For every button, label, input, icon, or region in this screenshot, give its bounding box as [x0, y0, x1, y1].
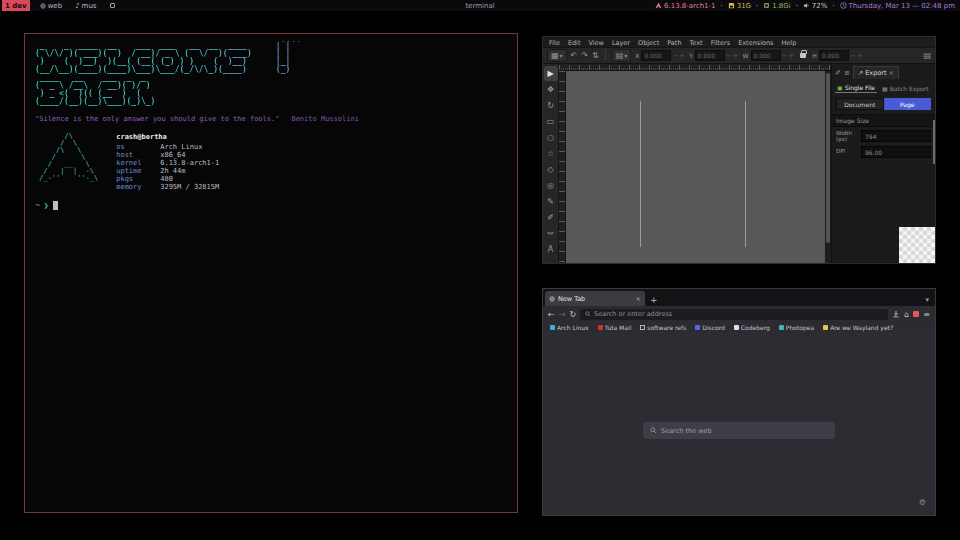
menu-icon[interactable]: ≡ — [923, 310, 930, 319]
lock-ratio-icon[interactable] — [800, 53, 806, 58]
bookmark-codeberg[interactable]: Codeberg — [734, 324, 770, 331]
export-panel: ✐ ≡ ↗ Export × ▣Single File ▦Batch Expor… — [831, 64, 935, 263]
bookmark-arch-linux[interactable]: Arch Linux — [550, 324, 589, 331]
inkscape-menubar: File Edit View Layer Object Path Text Fi… — [543, 37, 935, 47]
menu-text[interactable]: Text — [690, 39, 703, 47]
tool-star[interactable]: ☆ — [544, 146, 558, 161]
download-icon[interactable] — [892, 310, 900, 318]
edit-icon[interactable]: ✐ — [835, 69, 841, 77]
tool-3dbox[interactable]: ◇ — [544, 162, 558, 177]
flip-icon[interactable]: ⇅ — [592, 51, 599, 60]
x-coordinate-spinner[interactable]: X 0.000 −+ — [635, 50, 685, 61]
menu-help[interactable]: Help — [781, 39, 796, 47]
menu-file[interactable]: File — [549, 39, 560, 47]
workspace-tag-web[interactable]: web — [37, 0, 65, 11]
scrollbar-thumb[interactable] — [826, 73, 830, 243]
bookmark-are-we-wayland-yet[interactable]: Are we Wayland yet? — [823, 324, 893, 331]
web-search-input[interactable]: Search the web — [643, 422, 835, 439]
y-value[interactable]: 0.000 — [695, 50, 725, 61]
gear-icon[interactable]: ⚙ — [919, 498, 926, 507]
menu-view[interactable]: View — [588, 39, 603, 47]
tool-spiral[interactable]: ◎ — [544, 178, 558, 193]
units-icon[interactable]: ▤ — [923, 51, 931, 60]
document-button[interactable]: Document — [836, 98, 884, 110]
bookmark-folder-software-refs[interactable]: software refs — [640, 324, 686, 331]
home-icon[interactable]: ⌂ — [904, 310, 909, 319]
terminal-window[interactable]: _ _ ____ __ ___ ___ __ __ ____ | | ( \/\… — [24, 33, 518, 513]
h-value[interactable]: 0.000 — [819, 50, 849, 61]
speaker-icon — [803, 2, 810, 9]
width-label: Width (px) — [836, 130, 858, 143]
inkscape-window[interactable]: File Edit View Layer Object Path Text Fi… — [542, 36, 936, 264]
w-value[interactable]: 0.000 — [751, 50, 781, 61]
bookmark-tuta-mail[interactable]: Tuta Mail — [598, 324, 632, 331]
workspace-tag-empty[interactable] — [107, 0, 118, 11]
tool-pencil[interactable]: ✎ — [544, 194, 558, 209]
tab-batch-export[interactable]: ▦Batch Export — [880, 83, 930, 93]
tab-single-file[interactable]: ▣Single File — [835, 83, 877, 93]
url-bar[interactable]: Search or enter address — [580, 309, 888, 320]
width-spinner[interactable]: W 0.000 −+ — [743, 50, 795, 61]
browser-window[interactable]: New Tab × + ▾ ← → ↻ Search or enter addr… — [542, 288, 936, 516]
close-icon[interactable]: × — [888, 69, 893, 77]
align-dropdown[interactable]: ▤▾ — [612, 49, 632, 62]
decrement-icon[interactable]: − — [850, 52, 856, 60]
image-size-section-label: Image Size — [832, 114, 935, 127]
tool-rotate[interactable]: ↻ — [544, 98, 558, 113]
memory-text: 1.8Gi — [772, 2, 791, 10]
tool-bezier[interactable]: ✐ — [544, 210, 558, 225]
tool-text[interactable]: A — [544, 242, 558, 257]
decrement-icon[interactable]: − — [726, 52, 732, 60]
separator: • — [755, 2, 759, 10]
workspace-tag-mus[interactable]: ♪ mus — [72, 0, 99, 11]
fetch-value: 3295M / 32815M — [160, 183, 219, 191]
menu-filters[interactable]: Filters — [711, 39, 730, 47]
panel-scrollbar[interactable] — [933, 120, 935, 164]
export-tab[interactable]: ↗ Export × — [853, 66, 899, 79]
list-tabs-icon[interactable]: ▾ — [921, 296, 933, 306]
width-input[interactable]: 794 — [861, 130, 931, 142]
active-tab[interactable]: New Tab × — [545, 291, 645, 306]
x-value[interactable]: 0.000 — [641, 50, 671, 61]
increment-icon[interactable]: + — [857, 52, 863, 60]
tab-close-icon[interactable]: × — [636, 295, 641, 303]
tool-calligraphy[interactable]: ✑ — [544, 226, 558, 241]
new-tab-button[interactable]: + — [645, 295, 663, 306]
tool-rectangle[interactable]: ▭ — [544, 114, 558, 129]
decrement-icon[interactable]: − — [672, 52, 678, 60]
menu-path[interactable]: Path — [667, 39, 681, 47]
menu-layer[interactable]: Layer — [612, 39, 630, 47]
shell-prompt[interactable]: ~ ❯ — [35, 201, 507, 210]
workspace-tag-dev[interactable]: 1 dev — [2, 0, 30, 11]
height-spinner[interactable]: H 0.000 −+ — [812, 50, 862, 61]
bookmark-discord[interactable]: Discord — [695, 324, 725, 331]
undo-icon[interactable]: ↶ — [571, 51, 578, 60]
y-coordinate-spinner[interactable]: Y 0.000 −+ — [689, 50, 738, 61]
inkscape-body: ▶ ✥ ↻ ▭ ○ ☆ ◇ ◎ ✎ ✐ ✑ A — [543, 64, 935, 263]
snap-options-dropdown[interactable]: ▦▾ — [547, 49, 567, 62]
menu-edit[interactable]: Edit — [568, 39, 581, 47]
tool-node-editor[interactable]: ✥ — [544, 82, 558, 97]
increment-icon[interactable]: + — [733, 52, 739, 60]
horizontal-ruler[interactable] — [559, 64, 831, 71]
quote-author: Benito Mussolini — [291, 115, 358, 123]
decrement-icon[interactable]: − — [782, 52, 788, 60]
drawing-canvas[interactable] — [566, 71, 825, 263]
bookmark-photopea[interactable]: Photopea — [779, 324, 814, 331]
tool-selector[interactable]: ▶ — [544, 66, 558, 81]
layers-icon[interactable]: ≡ — [844, 69, 850, 77]
dpi-input[interactable]: 96.00 — [861, 146, 931, 158]
volume-text: 72% — [812, 2, 828, 10]
back-icon[interactable]: ← — [548, 310, 555, 319]
menu-object[interactable]: Object — [638, 39, 659, 47]
increment-icon[interactable]: + — [679, 52, 685, 60]
reload-icon[interactable]: ↻ — [569, 310, 576, 319]
tool-ellipse[interactable]: ○ — [544, 130, 558, 145]
increment-icon[interactable]: + — [788, 52, 794, 60]
forward-icon[interactable]: → — [559, 310, 566, 319]
menu-extensions[interactable]: Extensions — [738, 39, 773, 47]
redo-icon[interactable]: ↷ — [581, 51, 588, 60]
vertical-ruler[interactable] — [559, 71, 566, 263]
extension-icon[interactable] — [913, 311, 919, 317]
page-button[interactable]: Page — [884, 98, 932, 110]
